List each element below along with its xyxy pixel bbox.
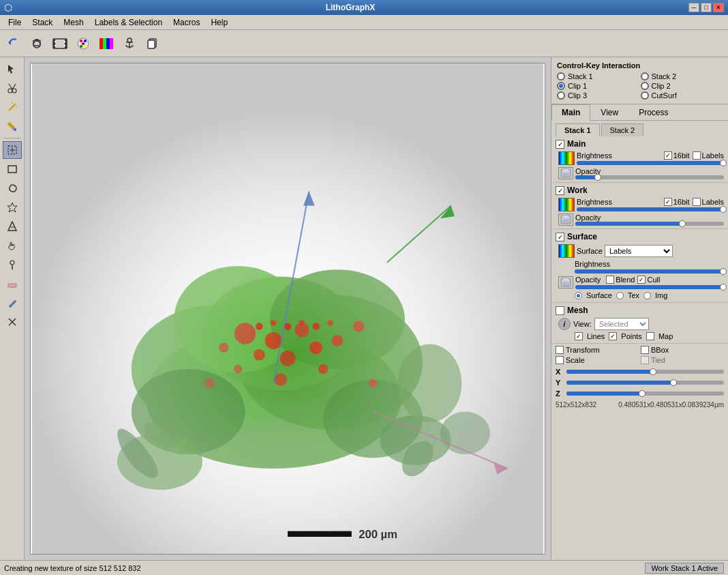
surface-select[interactable]: Labels None Stack xyxy=(605,245,673,257)
main-section-title: Main xyxy=(567,139,586,149)
scissors-tool[interactable] xyxy=(3,79,22,97)
menu-help[interactable]: Help xyxy=(205,16,233,29)
surface-cull-checkbox[interactable]: ✓ xyxy=(637,276,646,284)
main-16bit-checkbox[interactable]: ✓ xyxy=(664,151,672,160)
x-slider[interactable] xyxy=(566,370,724,374)
menu-file[interactable]: File xyxy=(3,16,27,29)
work-labels-checkbox[interactable] xyxy=(693,198,701,206)
tied-option[interactable]: Tied xyxy=(641,356,724,364)
bbox-option[interactable]: BBox xyxy=(641,346,724,354)
transform-option[interactable]: Transform xyxy=(556,346,639,354)
mesh-map-checkbox[interactable] xyxy=(646,332,654,340)
cutsurf-option[interactable]: CutSurf xyxy=(641,91,723,100)
maximize-button[interactable]: □ xyxy=(701,3,712,12)
main-labels-checkbox[interactable] xyxy=(693,151,701,160)
menu-macros[interactable]: Macros xyxy=(168,16,205,29)
canvas-inner[interactable]: 200 µm xyxy=(30,63,545,555)
rect-select-tool[interactable] xyxy=(3,160,22,178)
eraser-tool[interactable] xyxy=(3,275,22,293)
close-button[interactable]: ✕ xyxy=(713,3,724,12)
work-opacity-slider[interactable] xyxy=(575,222,724,226)
colors-button[interactable] xyxy=(95,33,117,55)
film-button[interactable] xyxy=(49,33,71,55)
z-slider[interactable] xyxy=(566,392,724,396)
mesh-info-button[interactable]: i xyxy=(558,318,571,330)
mesh-section-header: Mesh xyxy=(556,306,724,315)
work-color-thumb[interactable] xyxy=(558,198,575,211)
lasso-tool[interactable] xyxy=(3,179,22,197)
select-tool[interactable] xyxy=(3,141,22,159)
arrow-tool[interactable] xyxy=(3,60,22,78)
main-brightness-slider[interactable] xyxy=(577,161,724,165)
tab-main[interactable]: Main xyxy=(551,104,590,121)
svg-point-14 xyxy=(80,45,82,48)
clip2-option[interactable]: Clip 2 xyxy=(641,82,723,90)
work-enabled-checkbox[interactable]: ✓ xyxy=(556,186,564,195)
surface-brightness-label: Brightness xyxy=(575,260,724,268)
clip2-radio[interactable] xyxy=(641,82,649,90)
clip3-option[interactable]: Clip 3 xyxy=(557,91,639,100)
pencil-tool[interactable] xyxy=(3,294,22,312)
wand-tool[interactable] xyxy=(3,98,22,116)
transform-checkbox[interactable] xyxy=(556,346,564,354)
clip3-radio[interactable] xyxy=(557,91,565,100)
svg-rect-7 xyxy=(55,41,56,42)
stack1-radio[interactable] xyxy=(557,72,565,80)
scale-option[interactable]: Scale xyxy=(556,356,639,364)
mesh-lines-checkbox[interactable]: ✓ xyxy=(575,332,583,340)
copy-button[interactable] xyxy=(142,33,164,55)
minimize-button[interactable]: ─ xyxy=(688,3,699,12)
main-opacity-slider[interactable] xyxy=(575,175,724,179)
tab-view[interactable]: View xyxy=(590,104,628,121)
menu-mesh[interactable]: Mesh xyxy=(58,16,89,29)
view-img-radio[interactable] xyxy=(643,292,651,299)
surface-save-icon[interactable] xyxy=(558,276,573,289)
svg-rect-5 xyxy=(53,39,55,48)
bucket-tool[interactable] xyxy=(3,117,22,135)
undo-button[interactable] xyxy=(3,33,25,55)
cutsurf-radio[interactable] xyxy=(641,91,649,100)
surface-opacity-slider[interactable] xyxy=(575,285,724,289)
main-brightness-label: Brightness xyxy=(577,151,661,160)
main-color-thumb[interactable] xyxy=(558,151,575,165)
y-slider[interactable] xyxy=(566,381,724,385)
view-surface-radio[interactable] xyxy=(575,292,582,299)
slice-tool[interactable] xyxy=(3,218,22,235)
stack2-option[interactable]: Stack 2 xyxy=(641,72,723,80)
svg-point-13 xyxy=(84,40,87,42)
surface-brightness-slider[interactable] xyxy=(575,269,724,274)
canvas-area[interactable]: 200 µm xyxy=(25,57,551,560)
tied-checkbox[interactable] xyxy=(641,356,649,364)
palette-button[interactable] xyxy=(72,33,94,55)
clip1-radio[interactable] xyxy=(557,82,565,90)
anchor-button[interactable] xyxy=(119,33,140,55)
star-tool[interactable] xyxy=(3,198,22,216)
work-save-icon[interactable] xyxy=(558,213,573,226)
mesh-enabled-checkbox[interactable] xyxy=(556,306,564,315)
stack1-option[interactable]: Stack 1 xyxy=(557,72,639,80)
camera-button[interactable] xyxy=(26,33,48,55)
mesh-view-select[interactable]: Selected xyxy=(594,318,649,330)
work-brightness-slider[interactable] xyxy=(577,207,724,211)
svg-rect-94 xyxy=(562,173,569,177)
scale-checkbox[interactable] xyxy=(556,356,564,364)
surface-enabled-checkbox[interactable]: ✓ xyxy=(556,233,564,241)
surface-blend-checkbox[interactable] xyxy=(606,276,614,284)
stack-tab-2[interactable]: Stack 2 xyxy=(601,123,644,136)
stack-tab-1[interactable]: Stack 1 xyxy=(556,123,600,136)
mesh-points-checkbox[interactable]: ✓ xyxy=(609,332,617,340)
stack2-radio[interactable] xyxy=(641,72,649,80)
tab-process[interactable]: Process xyxy=(628,104,678,121)
main-enabled-checkbox[interactable]: ✓ xyxy=(556,140,564,149)
clip1-option[interactable]: Clip 1 xyxy=(557,82,639,90)
cut-tool[interactable] xyxy=(3,313,22,331)
main-save-icon[interactable] xyxy=(558,167,573,179)
view-tex-radio[interactable] xyxy=(616,292,624,299)
surface-color-thumb[interactable] xyxy=(558,244,575,258)
menu-labels-selection[interactable]: Labels & Selection xyxy=(89,16,168,29)
bbox-checkbox[interactable] xyxy=(641,346,649,354)
hand-tool[interactable] xyxy=(3,237,22,254)
pin-tool[interactable] xyxy=(3,256,22,274)
work-16bit-checkbox[interactable]: ✓ xyxy=(664,198,672,206)
menu-stack[interactable]: Stack xyxy=(27,16,58,29)
